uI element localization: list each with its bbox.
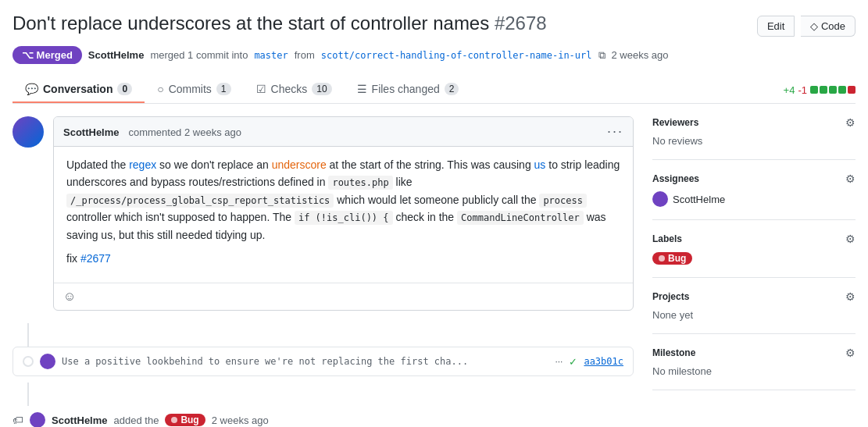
comment-body: Updated the regex so we don't replace an… (54, 147, 633, 283)
projects-section: Projects ⚙ None yet (652, 278, 855, 334)
fix-label: fix (66, 252, 77, 265)
event-time: 2 weeks ago (212, 415, 269, 426)
files-icon: ☰ (357, 83, 367, 95)
timeline-line (27, 323, 29, 347)
reviewers-title: Reviewers (652, 117, 698, 128)
tab-checks[interactable]: ☑ Checks 10 (244, 77, 345, 103)
process-code: process (539, 194, 587, 208)
sidebar: Reviewers ⚙ No reviews Assignees ⚙ Scott… (652, 116, 855, 427)
labels-value: Bug (652, 251, 855, 265)
diff-sq-2 (820, 86, 827, 94)
target-branch-link[interactable]: master (254, 50, 288, 61)
comment-time: commented 2 weeks ago (128, 126, 241, 138)
merged-badge: ⌥ Merged (13, 46, 82, 64)
tabs-bar: 💬 Conversation 0 ○ Commits 1 ☑ Checks 10… (13, 77, 855, 104)
source-branch-link[interactable]: scott/correct-handling-of-controller-nam… (321, 50, 592, 61)
commit-check-icon: ✓ (569, 356, 577, 368)
meta-from: from (295, 49, 315, 61)
routes-php-code: routes.php (328, 176, 392, 190)
diff-sq-5 (848, 86, 855, 94)
pr-meta: ⌥ Merged ScottHelme merged 1 commit into… (13, 46, 855, 64)
milestone-title: Milestone (652, 347, 695, 358)
conversation-area: ScottHelme commented 2 weeks ago ··· Upd… (13, 116, 634, 427)
bug-label-text: Bug (180, 415, 198, 425)
projects-gear-icon[interactable]: ⚙ (845, 290, 855, 303)
diff-additions: +4 (784, 84, 795, 96)
assignee-avatar (652, 191, 668, 207)
labels-header: Labels ⚙ (652, 233, 855, 245)
event-avatar (30, 412, 45, 427)
highlight-regex: regex (129, 158, 156, 171)
tab-checks-label: Checks (271, 83, 308, 95)
commenter-avatar (13, 116, 44, 148)
assignees-gear-icon[interactable]: ⚙ (845, 173, 855, 185)
commit-message: Use a positive lookbehind to ensure we'r… (62, 356, 548, 367)
checks-count: 10 (312, 83, 331, 95)
copy-icon[interactable]: ⧉ (598, 49, 605, 62)
comment-paragraph-2: fix #2677 (66, 250, 620, 267)
assignees-section: Assignees ⚙ ScottHelme (652, 160, 855, 220)
controller-code: CommandLineController (457, 211, 584, 225)
diff-sq-3 (829, 86, 837, 94)
milestone-value: No milestone (652, 365, 855, 377)
reviewers-value: No reviews (652, 135, 855, 147)
tab-commits[interactable]: ○ Commits 1 (145, 77, 243, 103)
labels-title: Labels (652, 233, 682, 244)
conversation-icon: 💬 (25, 83, 38, 95)
bug-dot (171, 417, 177, 423)
pr-number: #2678 (495, 12, 547, 34)
tab-conversation[interactable]: 💬 Conversation 0 (13, 77, 145, 103)
assignees-user-row: ScottHelme (652, 191, 855, 207)
checks-icon: ☑ (256, 83, 266, 95)
label-event-row: 🏷 ScottHelme added the Bug 2 weeks ago (13, 406, 634, 427)
comment-header: ScottHelme commented 2 weeks ago ··· (54, 117, 633, 147)
highlight-underscore: underscore (272, 158, 327, 171)
commits-icon: ○ (157, 83, 163, 95)
highlight-us: us (534, 158, 546, 171)
projects-header: Projects ⚙ (652, 290, 855, 303)
milestone-gear-icon[interactable]: ⚙ (845, 347, 855, 359)
commit-hash-link[interactable]: aa3b01c (584, 356, 623, 367)
diff-sq-1 (810, 86, 818, 94)
commits-count: 1 (216, 83, 231, 95)
event-action: added the (114, 415, 159, 426)
event-author: ScottHelme (52, 415, 108, 426)
meta-user: ScottHelme (88, 49, 145, 61)
commit-more-button[interactable]: ··· (555, 356, 563, 367)
path-code: /_process/process_global_csp_report_stat… (66, 194, 334, 208)
header-actions: Edit ◇ Code (757, 16, 855, 37)
label-event-icon: 🏷 (13, 414, 23, 426)
timeline-line-2 (27, 383, 29, 406)
comment-author: ScottHelme (63, 126, 120, 138)
reaction-button[interactable]: ☺ (63, 290, 76, 304)
assignee-name: ScottHelme (673, 194, 725, 205)
diff-sq-4 (838, 86, 846, 94)
edit-button[interactable]: Edit (757, 16, 795, 37)
fix-link[interactable]: #2677 (80, 252, 111, 265)
reviewers-section: Reviewers ⚙ No reviews (652, 116, 855, 160)
is-cli-code: if (!is_cli()) { (295, 211, 393, 225)
tab-files-changed[interactable]: ☰ Files changed 2 (345, 77, 472, 103)
comment-thread: ScottHelme commented 2 weeks ago ··· Upd… (13, 116, 634, 311)
assignees-title: Assignees (652, 173, 699, 184)
pr-title: Don't replace underscores at the start o… (13, 12, 745, 34)
sidebar-bug-dot (659, 255, 665, 262)
assignees-header: Assignees ⚙ (652, 173, 855, 185)
labels-gear-icon[interactable]: ⚙ (845, 233, 855, 245)
bug-label-badge: Bug (165, 414, 205, 426)
meta-action: merged 1 commit into (150, 49, 248, 61)
pr-title-text: Don't replace underscores at the start o… (13, 12, 489, 34)
labels-section: Labels ⚙ Bug (652, 220, 855, 278)
comment-paragraph-1: Updated the regex so we don't replace an… (66, 156, 620, 244)
comment-header-left: ScottHelme commented 2 weeks ago (63, 126, 241, 138)
commit-row: Use a positive lookbehind to ensure we'r… (13, 347, 634, 376)
commit-avatar (40, 354, 55, 369)
milestone-header: Milestone ⚙ (652, 347, 855, 359)
reviewers-gear-icon[interactable]: ⚙ (845, 116, 855, 129)
comment-menu-button[interactable]: ··· (607, 123, 623, 140)
code-button[interactable]: ◇ Code (801, 16, 855, 37)
tab-commits-label: Commits (169, 83, 212, 95)
conversation-count: 0 (117, 83, 132, 95)
projects-value: None yet (652, 309, 855, 321)
diff-squares (810, 86, 855, 94)
